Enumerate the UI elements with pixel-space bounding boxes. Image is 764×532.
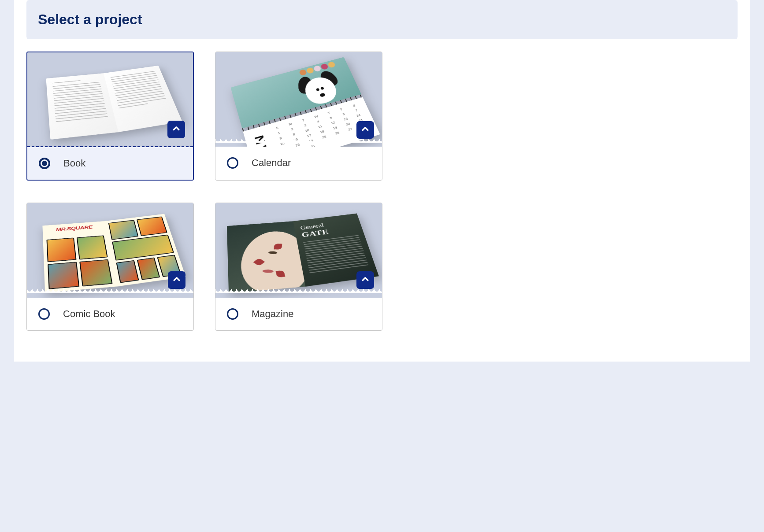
project-option-row[interactable]: Comic Book [27,298,193,330]
chevron-up-icon [361,125,370,135]
expand-button-book[interactable] [167,121,185,138]
expand-button-magazine[interactable] [356,271,374,289]
project-selector-panel: Select a project [14,0,750,362]
project-card-calendar[interactable]: JAN SMTWTFS12345678910111213141516171819… [215,52,382,181]
project-card-book[interactable]: Book [26,52,194,181]
radio-unselected-icon [227,157,238,169]
project-option-row[interactable]: Calendar [215,147,382,179]
card-divider [215,139,382,143]
project-card-magazine[interactable]: General GATE [215,203,382,331]
expand-button-calendar[interactable] [356,121,374,139]
project-card-comic[interactable]: MR.SQUARE [26,203,194,331]
project-label: Book [63,158,85,169]
expand-button-comic[interactable] [168,271,185,289]
chevron-up-icon [172,124,181,135]
card-divider [27,289,193,293]
project-label: Calendar [252,157,291,169]
project-label: Comic Book [63,308,115,320]
radio-unselected-icon [38,308,50,320]
calendar-month-label: JAN [250,129,274,147]
section-header: Select a project [26,0,738,39]
project-option-row[interactable]: Magazine [215,298,382,330]
radio-selected-icon [39,158,50,169]
chevron-up-icon [172,275,181,285]
project-grid: Book [14,39,750,331]
project-label: Magazine [252,308,293,320]
card-divider [215,289,382,293]
radio-unselected-icon [227,308,238,320]
chevron-up-icon [361,275,370,285]
section-title: Select a project [38,11,726,28]
comic-title-text: MR.SQUARE [46,223,104,237]
magazine-title: General GATE [300,218,357,239]
project-option-row[interactable]: Book [27,147,193,180]
